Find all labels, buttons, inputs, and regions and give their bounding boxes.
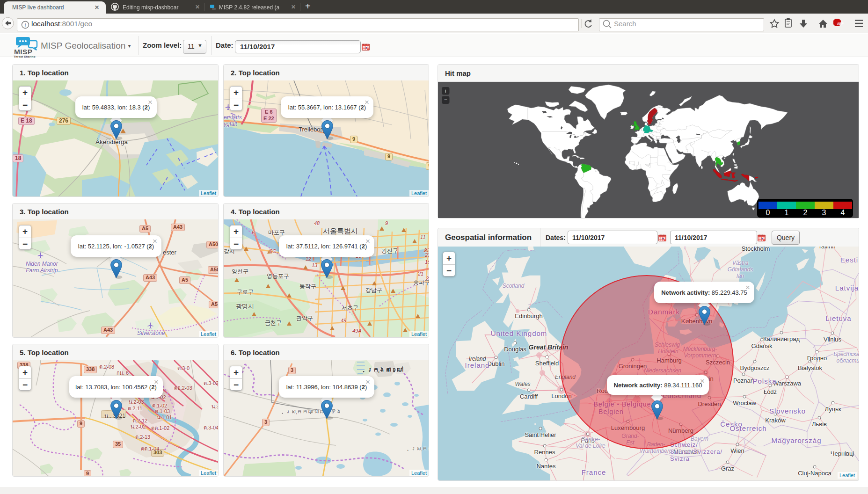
- svg-text:Search: Search: [614, 20, 636, 28]
- svg-text:2: 2: [803, 209, 808, 217]
- svg-text:3: 3: [822, 209, 826, 217]
- svg-text:4: 4: [841, 209, 845, 217]
- svg-text:−: −: [444, 96, 447, 103]
- svg-text:Threat Sharing: Threat Sharing: [14, 55, 36, 58]
- svg-text:+: +: [444, 88, 447, 94]
- svg-text:ABP: ABP: [837, 22, 844, 25]
- svg-text:i: i: [24, 22, 26, 28]
- svg-text:1: 1: [785, 209, 789, 217]
- svg-text:0: 0: [766, 209, 770, 217]
